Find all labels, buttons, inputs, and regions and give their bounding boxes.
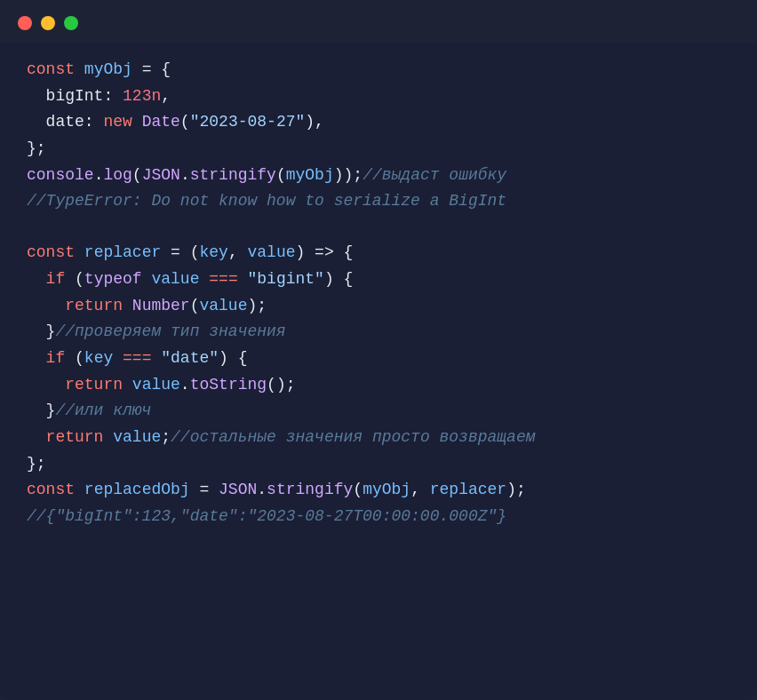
code-line-16: }; (27, 451, 730, 478)
code-line-15: return value;//остальные значения просто… (27, 425, 730, 451)
code-line-6: //TypeError: Do not know how to serializ… (27, 188, 730, 215)
code-line-13: return value.toString(); (27, 372, 730, 399)
code-line-8: const replacer = (key, value) => { (27, 240, 730, 266)
code-line-4: }; (27, 136, 730, 163)
code-line-10: return Number(value); (27, 293, 730, 320)
code-editor: const myObj = { bigInt: 123n, date: new … (0, 43, 757, 700)
code-line-12: if (key === "date") { (27, 346, 730, 372)
code-empty-line (27, 215, 730, 240)
code-window: const myObj = { bigInt: 123n, date: new … (0, 0, 757, 700)
code-line-14: }//или ключ (27, 398, 730, 425)
code-line-9: if (typeof value === "bigint") { (27, 266, 730, 293)
title-bar (0, 0, 757, 43)
code-line-3: date: new Date("2023-08-27"), (27, 109, 730, 136)
maximize-button[interactable] (64, 16, 78, 30)
code-line-5: console.log(JSON.stringify(myObj));//выд… (27, 163, 730, 189)
close-button[interactable] (18, 16, 32, 30)
code-line-17: const replacedObj = JSON.stringify(myObj… (27, 477, 730, 504)
code-line-18: //{"bigInt":123,"date":"2023-08-27T00:00… (27, 504, 730, 530)
code-line-11: }//проверяем тип значения (27, 319, 730, 346)
minimize-button[interactable] (41, 16, 55, 30)
code-line-1: const myObj = { (27, 57, 730, 84)
code-line-2: bigInt: 123n, (27, 84, 730, 110)
